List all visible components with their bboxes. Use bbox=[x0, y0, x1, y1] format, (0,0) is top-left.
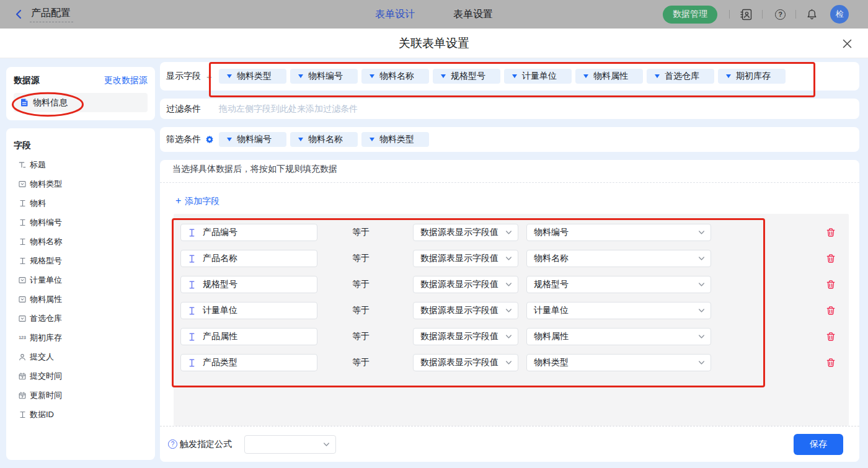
form-name-title[interactable]: 产品配置 bbox=[30, 7, 73, 22]
back-button[interactable]: 产品配置 bbox=[15, 0, 73, 29]
field-tag[interactable]: 物料类型 bbox=[219, 69, 286, 84]
field-tag[interactable]: 期初库存 bbox=[718, 69, 786, 84]
field-list-item[interactable]: 物料名称 bbox=[6, 232, 155, 251]
target-field-input[interactable]: 计量单位 bbox=[180, 302, 317, 319]
source-type-select[interactable]: 数据源表显示字段值 bbox=[413, 276, 518, 293]
date-field-icon bbox=[19, 392, 26, 399]
chevron-down-icon bbox=[505, 281, 513, 289]
field-item-label: 物料类型 bbox=[30, 179, 62, 190]
trash-icon[interactable] bbox=[826, 358, 836, 368]
trash-icon[interactable] bbox=[826, 254, 836, 263]
contacts-icon[interactable] bbox=[740, 8, 753, 21]
back-chevron-icon bbox=[15, 9, 22, 19]
field-tag-label: 规格型号 bbox=[451, 71, 485, 82]
target-field-input[interactable]: 产品属性 bbox=[180, 328, 317, 345]
field-list-item[interactable]: 数据ID bbox=[6, 405, 155, 424]
triangle-down-icon bbox=[370, 74, 374, 78]
field-tag[interactable]: 物料名称 bbox=[361, 69, 429, 84]
target-field-input[interactable]: 产品编号 bbox=[180, 224, 317, 241]
field-tag-label: 物料属性 bbox=[593, 71, 628, 82]
field-list-item[interactable]: 物料编号 bbox=[6, 213, 155, 232]
data-manage-button[interactable]: 数据管理 bbox=[663, 6, 717, 24]
mapping-rows-panel: 产品编号 等于 数据源表显示字段值 物料编号 产品名称 等于 数据源表显示字段值 bbox=[174, 214, 849, 426]
field-tag[interactable]: 物料属性 bbox=[575, 69, 643, 84]
gear-icon[interactable] bbox=[205, 135, 214, 144]
field-list-item[interactable]: 更新时间 bbox=[6, 386, 155, 405]
equals-label: 等于 bbox=[352, 357, 370, 368]
field-list-item[interactable]: 计量单位 bbox=[6, 270, 155, 289]
field-list-item[interactable]: 物料 bbox=[6, 193, 155, 213]
screening-tag-list: 物料编号 物料名称 物料类型 bbox=[219, 132, 429, 147]
field-tag[interactable]: 首选仓库 bbox=[647, 69, 714, 84]
change-datasource-link[interactable]: 更改数据源 bbox=[104, 75, 148, 86]
field-item-label: 规格型号 bbox=[30, 255, 62, 267]
source-field-select[interactable]: 物料名称 bbox=[526, 250, 711, 267]
text-cursor-icon bbox=[189, 333, 195, 341]
trash-icon[interactable] bbox=[826, 280, 836, 289]
filter-dropzone-placeholder[interactable]: 拖动左侧字段到此处来添加过滤条件 bbox=[219, 104, 358, 115]
target-field-input[interactable]: 产品类型 bbox=[180, 354, 317, 371]
triangle-down-icon bbox=[370, 138, 374, 141]
user-avatar[interactable]: 检 bbox=[830, 5, 849, 24]
save-button[interactable]: 保存 bbox=[794, 434, 843, 455]
topbar-right-cluster: 数据管理 ? 检 bbox=[663, 0, 849, 29]
chevron-down-icon bbox=[698, 255, 706, 263]
display-fields-tag-list: 物料类型 物料编号 物料名称 规格型号 计量单位 物料属性 首选仓库 期初库存 bbox=[219, 69, 786, 84]
title-icon bbox=[19, 161, 26, 169]
field-tag[interactable]: 计量单位 bbox=[504, 69, 572, 84]
triangle-down-icon bbox=[655, 74, 660, 78]
chevron-down-icon bbox=[505, 255, 513, 263]
bell-icon[interactable] bbox=[806, 9, 818, 20]
display-fields-add-icon[interactable]: + bbox=[206, 71, 212, 82]
formula-help-icon[interactable]: ? bbox=[168, 439, 177, 449]
target-field-value: 产品属性 bbox=[203, 331, 237, 342]
source-field-select[interactable]: 规格型号 bbox=[526, 276, 711, 293]
field-list-item[interactable]: 标题 bbox=[6, 155, 155, 174]
close-icon[interactable] bbox=[843, 39, 852, 48]
add-field-button[interactable]: + 添加字段 bbox=[175, 196, 219, 206]
trash-icon[interactable] bbox=[826, 306, 836, 316]
chevron-down-icon bbox=[698, 307, 706, 315]
field-list-item[interactable]: 规格型号 bbox=[6, 251, 155, 270]
trash-icon[interactable] bbox=[826, 227, 836, 237]
source-field-select[interactable]: 物料属性 bbox=[526, 328, 711, 345]
field-list-item[interactable]: 首选仓库 bbox=[6, 309, 155, 328]
source-type-select[interactable]: 数据源表显示字段值 bbox=[413, 224, 518, 241]
target-field-input[interactable]: 规格型号 bbox=[180, 276, 317, 293]
tab-form-design[interactable]: 表单设计 bbox=[375, 8, 415, 21]
field-list-item[interactable]: 提交人 bbox=[6, 347, 155, 366]
source-field-select[interactable]: 物料类型 bbox=[526, 354, 711, 371]
field-tag[interactable]: 规格型号 bbox=[433, 69, 500, 84]
field-list-item[interactable]: 提交时间 bbox=[6, 366, 155, 386]
formula-select[interactable] bbox=[244, 435, 336, 454]
top-navbar: 产品配置 表单设计 表单设置 数据管理 ? 检 bbox=[0, 0, 868, 29]
field-tag[interactable]: 物料名称 bbox=[290, 132, 358, 147]
source-type-select[interactable]: 数据源表显示字段值 bbox=[413, 302, 518, 319]
topbar-divider bbox=[795, 10, 796, 19]
dropdown-field-icon bbox=[19, 276, 26, 284]
source-field-select[interactable]: 物料编号 bbox=[526, 224, 711, 241]
field-item-label: 期初库存 bbox=[30, 332, 62, 343]
source-type-select[interactable]: 数据源表显示字段值 bbox=[413, 354, 518, 371]
field-list-item[interactable]: 物料类型 bbox=[6, 174, 155, 193]
field-tag[interactable]: 物料类型 bbox=[361, 132, 429, 147]
modal-title: 关联表单设置 bbox=[0, 29, 868, 58]
trash-icon[interactable] bbox=[826, 332, 836, 342]
source-type-select[interactable]: 数据源表显示字段值 bbox=[413, 328, 518, 345]
tab-form-settings[interactable]: 表单设置 bbox=[453, 8, 493, 21]
source-field-select[interactable]: 计量单位 bbox=[526, 302, 711, 319]
field-list-item[interactable]: 物料属性 bbox=[6, 289, 155, 309]
field-item-label: 物料编号 bbox=[30, 217, 62, 228]
field-tag[interactable]: 物料编号 bbox=[290, 69, 358, 84]
datasource-item[interactable]: 物料信息 bbox=[14, 93, 148, 112]
screening-condition-row: 筛选条件 物料编号 物料名称 物料类型 bbox=[160, 127, 859, 152]
source-type-select[interactable]: 数据源表显示字段值 bbox=[413, 250, 518, 267]
chevron-down-icon bbox=[322, 440, 330, 448]
field-tag[interactable]: 物料编号 bbox=[219, 132, 286, 147]
equals-label: 等于 bbox=[352, 305, 370, 316]
help-icon[interactable]: ? bbox=[775, 9, 786, 20]
field-list-item[interactable]: 123 期初库存 bbox=[6, 328, 155, 347]
target-field-input[interactable]: 产品名称 bbox=[180, 250, 317, 267]
modal-footer: ? 触发指定公式 保存 bbox=[160, 426, 859, 462]
display-fields-row: 显示字段 + 物料类型 物料编号 物料名称 规格型号 计量单位 物料属性 首选仓… bbox=[160, 62, 859, 91]
